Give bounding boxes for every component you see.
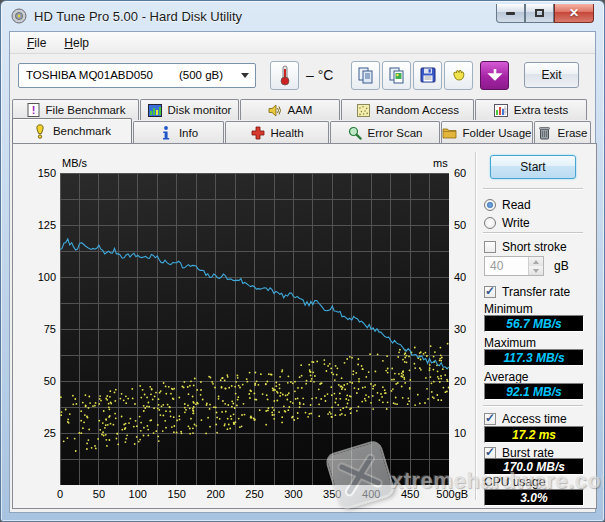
download-button[interactable] — [480, 61, 509, 90]
tab-disk-monitor[interactable]: Disk monitor — [140, 99, 239, 120]
tab-label: Disk monitor — [168, 104, 232, 116]
short-stroke-size: 40 gB — [484, 256, 569, 276]
maximum-label: Maximum — [484, 336, 536, 350]
save-screenshot-button[interactable] — [413, 61, 442, 90]
tab-error-scan[interactable]: Error Scan — [330, 121, 440, 143]
copy-text-icon — [357, 66, 375, 84]
read-radio[interactable]: Read — [484, 197, 531, 212]
speaker-icon — [268, 103, 283, 118]
maximum-value: 117.3 MB/s — [484, 349, 584, 366]
radio-unchecked-icon — [484, 217, 496, 229]
tab-erase[interactable]: Erase — [534, 121, 591, 143]
drive-selector[interactable]: TOSHIBA MQ01ABD050 (500 gB) — [18, 63, 256, 88]
y-axis-right-ticks: 605040302010 — [454, 173, 484, 485]
read-label: Read — [502, 198, 531, 212]
exit-button[interactable]: Exit — [524, 62, 579, 88]
error-scan-icon — [348, 125, 363, 140]
cpu-usage-label: CPU usage — [484, 475, 545, 489]
spinner-buttons[interactable] — [528, 257, 543, 275]
tab-aam[interactable]: AAM — [240, 99, 340, 120]
options-button[interactable] — [444, 61, 473, 90]
start-button[interactable]: Start — [490, 155, 576, 179]
separator — [483, 188, 583, 190]
checkbox-unchecked-icon — [484, 241, 496, 253]
maximize-button[interactable] — [525, 4, 554, 23]
separator — [483, 232, 583, 234]
folder-icon — [442, 125, 457, 140]
minimum-label: Minimum — [484, 302, 533, 316]
minimize-icon — [506, 12, 515, 15]
health-icon — [250, 125, 265, 140]
tab-benchmark[interactable]: Benchmark — [12, 118, 132, 143]
window-title: HD Tune Pro 5.00 - Hard Disk Utility — [34, 9, 242, 24]
transfer-rate-checkbox[interactable]: Transfer rate — [484, 284, 570, 299]
menu-help[interactable]: Help — [55, 34, 98, 52]
drive-capacity: (500 gB) — [179, 69, 223, 81]
y-left-axis-title: MB/s — [62, 157, 87, 169]
drive-model: TOSHIBA MQ01ABD050 — [26, 69, 153, 81]
short-stroke-checkbox[interactable]: Short stroke — [484, 239, 567, 254]
download-icon — [487, 67, 503, 83]
tab-folder-usage[interactable]: Folder Usage — [441, 121, 533, 143]
separator — [483, 405, 583, 407]
size-value: 40 — [485, 259, 528, 273]
close-button[interactable]: ✕ — [554, 4, 594, 23]
tab-info[interactable]: Info — [133, 121, 224, 143]
temperature-value: – °C — [306, 67, 333, 83]
tab-extra-tests[interactable]: Extra tests — [475, 99, 587, 120]
tab-file-benchmark[interactable]: ! File Benchmark — [12, 99, 139, 120]
trash-icon — [537, 125, 552, 140]
app-icon — [11, 8, 27, 24]
temperature-button[interactable] — [270, 61, 299, 90]
extra-tests-icon — [494, 103, 509, 118]
checkbox-checked-icon — [484, 447, 496, 459]
tab-label: Folder Usage — [462, 127, 531, 139]
access-time-value: 17.2 ms — [484, 426, 584, 443]
tab-random-access[interactable]: Random Access — [341, 99, 474, 120]
minimize-button[interactable] — [496, 4, 525, 23]
hand-icon — [450, 66, 468, 84]
tab-health[interactable]: Health — [225, 121, 329, 143]
window-controls: ✕ — [496, 4, 594, 23]
svg-text:!: ! — [31, 104, 35, 116]
tab-label: Extra tests — [514, 104, 568, 116]
short-stroke-size-input[interactable]: 40 — [484, 256, 544, 276]
checkbox-checked-icon — [484, 286, 496, 298]
transfer-rate-label: Transfer rate — [502, 285, 570, 299]
menu-bar: File Help — [10, 32, 595, 54]
info-icon — [159, 125, 174, 140]
spin-down-icon[interactable] — [529, 266, 543, 275]
tab-label: AAM — [288, 104, 313, 116]
radio-checked-icon — [484, 199, 496, 211]
tab-strip: ! File Benchmark Disk monitor AAM — [12, 98, 597, 143]
access-time-label: Access time — [502, 412, 567, 426]
panel-divider — [475, 152, 476, 500]
maximize-icon — [535, 9, 544, 17]
app-window: HD Tune Pro 5.00 - Hard Disk Utility ✕ F… — [0, 0, 605, 522]
checkbox-checked-icon — [484, 413, 496, 425]
tab-label: Erase — [557, 127, 587, 139]
access-time-checkbox[interactable]: Access time — [484, 411, 567, 426]
y-right-axis-title: ms — [433, 157, 448, 169]
average-label: Average — [484, 370, 528, 384]
copy-screenshot-button[interactable] — [382, 61, 411, 90]
write-label: Write — [502, 216, 530, 230]
copy-text-button[interactable] — [351, 61, 380, 90]
file-benchmark-icon: ! — [26, 103, 41, 118]
cpu-usage-value: 3.0% — [484, 489, 584, 506]
spin-up-icon[interactable] — [529, 257, 543, 266]
benchmark-page: MB/s ms 150125100755025 605040302010 050… — [12, 143, 597, 509]
burst-rate-value: 170.0 MB/s — [484, 458, 584, 475]
disk-monitor-icon — [148, 103, 163, 118]
random-access-icon — [356, 103, 371, 118]
tab-label: Random Access — [376, 104, 459, 116]
toolbar: TOSHIBA MQ01ABD050 (500 gB) – °C — [10, 54, 595, 96]
menu-file[interactable]: File — [18, 34, 55, 52]
copy-screenshot-icon — [388, 66, 406, 84]
title-bar: HD Tune Pro 5.00 - Hard Disk Utility ✕ — [1, 1, 604, 31]
tab-label: Health — [270, 127, 303, 139]
tab-row-secondary: ! File Benchmark Disk monitor AAM — [12, 98, 597, 120]
close-icon: ✕ — [569, 6, 579, 20]
write-radio[interactable]: Write — [484, 215, 530, 230]
average-value: 92.1 MB/s — [484, 383, 584, 400]
